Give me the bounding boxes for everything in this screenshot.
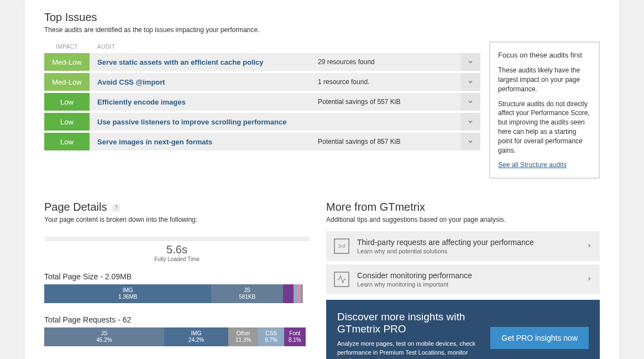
impact-badge: Med-Low — [44, 73, 90, 91]
audit-link[interactable]: Avoid CSS @import — [90, 73, 318, 91]
more-item-sub: Learn why and potential solutions — [357, 248, 587, 254]
chevron-down-icon[interactable] — [460, 93, 480, 111]
impact-badge: Med-Low — [44, 53, 90, 71]
timeline-bar — [44, 237, 310, 241]
page-requests-title: Total Page Requests - 62 — [44, 315, 310, 324]
audit-link[interactable]: Efficiently encode images — [90, 93, 318, 111]
more-item[interactable]: 3rdThird-party requests are affecting yo… — [326, 231, 600, 261]
chevron-down-icon[interactable] — [460, 53, 480, 71]
issue-row[interactable]: Med-LowServe static assets with an effic… — [44, 53, 480, 71]
bar-segment: CSS9.7% — [258, 327, 284, 346]
pro-text: Analyze more pages, test on mobile devic… — [337, 340, 481, 359]
page-size-bar: IMG1.36MBJS581KB — [44, 284, 310, 303]
audit-link[interactable]: Serve images in next-gen formats — [90, 133, 318, 150]
help-icon[interactable]: ? — [112, 204, 120, 212]
impact-badge: Low — [44, 133, 90, 150]
issue-row[interactable]: LowUse passive listeners to improve scro… — [44, 113, 480, 131]
audit-detail — [318, 113, 460, 131]
chevron-down-icon[interactable] — [460, 113, 480, 131]
more-subtitle: Additional tips and suggestions based on… — [326, 216, 600, 223]
see-all-structure-link[interactable]: See all Structure audits — [498, 161, 567, 169]
chevron-down-icon[interactable] — [460, 133, 480, 150]
pro-title: Discover more insights with GTmetrix PRO — [337, 311, 481, 335]
issue-row[interactable]: LowServe images in next-gen formatsPoten… — [44, 133, 480, 150]
bar-segment: IMG1.36MB — [44, 284, 211, 303]
focus-box: Focus on these audits first These audits… — [489, 41, 600, 179]
bar-segment: IMG24.2% — [164, 327, 228, 346]
audit-link[interactable]: Serve static assets with an efficient ca… — [90, 53, 318, 71]
page-details-title: Page Details ? — [44, 201, 310, 214]
more-item-title: Consider monitoring performance — [357, 271, 587, 280]
pulse-icon — [334, 272, 349, 287]
bar-segment — [283, 284, 294, 303]
chevron-down-icon[interactable] — [460, 73, 480, 91]
audit-detail: Potential savings of 857 KiB — [318, 133, 460, 150]
impact-badge: Low — [44, 93, 90, 111]
audit-detail: 29 resources found — [318, 53, 460, 71]
bar-segment: JS581KB — [211, 284, 283, 303]
more-item[interactable]: Consider monitoring performanceLearn why… — [326, 264, 600, 294]
chevron-right-icon — [587, 275, 592, 284]
pro-box: Discover more insights with GTmetrix PRO… — [326, 300, 600, 359]
focus-title: Focus on these audits first — [498, 50, 591, 60]
bar-segment — [294, 284, 297, 303]
fully-loaded-label: Fully Loaded Time — [44, 256, 310, 262]
issue-row[interactable]: Med-LowAvoid CSS @import1 resource found… — [44, 73, 480, 91]
focus-p1: These audits likely have the largest imp… — [498, 66, 591, 93]
top-issues-subtitle: These audits are identified as the top i… — [44, 26, 600, 34]
header-impact: IMPACT — [44, 44, 90, 50]
bar-segment: JS45.2% — [44, 327, 164, 346]
bar-segment — [300, 284, 303, 303]
more-item-sub: Learn why monitoring is important — [357, 281, 587, 288]
page-size-title: Total Page Size - 2.09MB — [44, 272, 310, 281]
header-audit: AUDIT — [90, 44, 116, 50]
audit-detail: Potential savings of 557 KiB — [318, 93, 460, 111]
focus-p2: Structure audits do not directly affect … — [498, 100, 591, 155]
more-title: More from GTmetrix — [326, 201, 600, 214]
more-item-title: Third-party requests are affecting your … — [357, 238, 587, 247]
get-pro-button[interactable]: Get PRO insights now — [490, 327, 589, 349]
issue-row[interactable]: LowEfficiently encode imagesPotential sa… — [44, 93, 480, 111]
fully-loaded-value: 5.6s — [44, 243, 310, 256]
page-details-subtitle: Your page content is broken down into th… — [44, 216, 310, 223]
chevron-right-icon — [587, 242, 592, 251]
page-requests-bar: JS45.2%IMG24.2%Other11.3%CSS9.7%Font8.1% — [44, 327, 310, 346]
top-issues-title: Top Issues — [44, 11, 600, 24]
bar-segment: Font8.1% — [284, 327, 306, 346]
audit-link[interactable]: Use passive listeners to improve scrolli… — [90, 113, 318, 131]
third-party-icon: 3rd — [334, 238, 349, 254]
impact-badge: Low — [44, 113, 90, 131]
issues-header: IMPACT AUDIT — [44, 41, 480, 53]
audit-detail: 1 resource found. — [318, 73, 460, 91]
bar-segment: Other11.3% — [228, 327, 258, 346]
